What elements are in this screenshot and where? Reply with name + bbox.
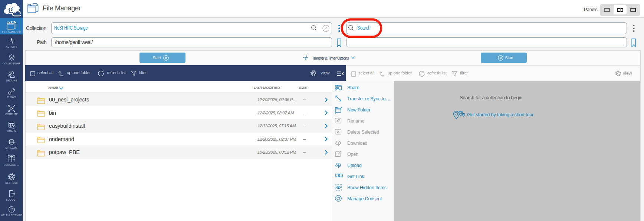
svg-text:?: ? bbox=[10, 207, 13, 212]
